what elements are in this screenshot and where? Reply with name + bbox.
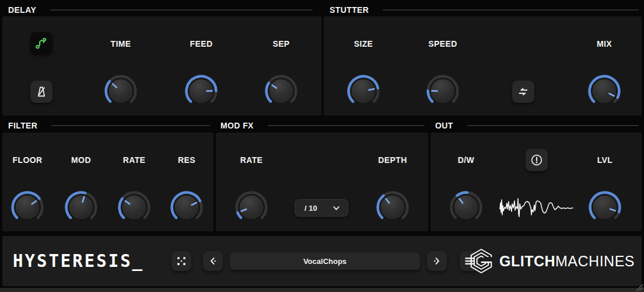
knob-label: SEP: [272, 38, 289, 50]
divider: [50, 9, 313, 11]
random-preset-button[interactable]: [172, 251, 191, 271]
knob-label: RATE: [123, 154, 146, 166]
knob-label: SPEED: [428, 38, 457, 50]
knob-label: D/W: [458, 154, 474, 166]
stutter-mix-knob[interactable]: MIX: [580, 38, 629, 108]
preset-display[interactable]: VocalChops: [230, 252, 420, 270]
knob-label: SIZE: [354, 38, 373, 50]
delay-time-knob[interactable]: TIME: [96, 38, 145, 108]
divider: [383, 9, 639, 11]
hysteresis-logo: HYSTERESIS_: [13, 235, 144, 287]
resize-grip[interactable]: [636, 284, 643, 291]
out-dw-knob[interactable]: D/W: [442, 154, 491, 224]
knob-dial[interactable]: [587, 74, 621, 108]
section-title-filter: FILTER: [8, 121, 37, 130]
filter-header: FILTER: [8, 117, 210, 134]
knob-label: RATE: [240, 154, 263, 166]
filter-mod-knob[interactable]: MOD: [57, 154, 106, 224]
waveform-display: [499, 194, 575, 221]
delay-routing-button[interactable]: [30, 32, 52, 54]
signal-route-icon: [34, 36, 49, 51]
filter-res-knob[interactable]: RES: [162, 154, 211, 224]
delay-feed-knob[interactable]: FEED: [177, 38, 226, 108]
footer-bar: HYSTERESIS_ VocalChops GLITCHMACHINES: [2, 236, 642, 286]
knob-label: FLOOR: [13, 154, 43, 166]
section-title-out: OUT: [435, 121, 453, 130]
knob-label: MOD: [71, 154, 91, 166]
chevron-down-icon: [332, 204, 341, 213]
alert-circle-icon: [530, 153, 544, 167]
dice-icon: [175, 255, 188, 267]
knob-dial[interactable]: [184, 74, 218, 108]
delay-sync-button[interactable]: [30, 81, 52, 103]
knob-dial[interactable]: [117, 190, 151, 224]
filter-rate-knob[interactable]: RATE: [110, 154, 159, 224]
knob-label: RES: [178, 154, 195, 166]
knob-dial[interactable]: [376, 190, 410, 224]
brand-text-bold: GLITCH: [499, 253, 555, 269]
knob-dial[interactable]: [264, 74, 298, 108]
modfx-divider-dropdown[interactable]: / 10: [295, 199, 348, 217]
modfx-header: MOD FX: [220, 117, 425, 134]
out-limiter-button[interactable]: [526, 149, 548, 171]
knob-dial[interactable]: [170, 190, 204, 224]
brand-logo: GLITCHMACHINES: [468, 236, 635, 286]
modfx-rate-knob[interactable]: RATE: [227, 154, 276, 224]
out-lvl-knob[interactable]: LVL: [580, 154, 629, 224]
divider: [268, 125, 425, 126]
section-title-modfx: MOD FX: [220, 121, 254, 130]
dropdown-value: / 10: [304, 204, 317, 213]
knob-dial[interactable]: [426, 74, 460, 108]
knob-label: FEED: [190, 38, 213, 50]
stutter-reverse-button[interactable]: [512, 81, 534, 103]
knob-dial[interactable]: [10, 190, 44, 224]
brand-text-light: MACHINES: [555, 253, 635, 269]
knob-label: LVL: [597, 154, 613, 166]
out-header: OUT: [435, 117, 639, 134]
preset-name: VocalChops: [303, 257, 346, 266]
modfx-depth-knob[interactable]: DEPTH: [368, 154, 417, 224]
chevron-right-icon: [430, 255, 443, 267]
knob-dial[interactable]: [104, 74, 138, 108]
delay-sep-knob[interactable]: SEP: [257, 38, 306, 108]
knob-dial[interactable]: [588, 190, 622, 224]
glitchmachines-hex-icon: [468, 248, 495, 274]
metronome-icon: [34, 85, 48, 99]
filter-section: FLOOR MOD RATE RES: [2, 133, 214, 231]
knob-label: MIX: [597, 38, 612, 50]
out-section: D/W LVL: [430, 133, 642, 231]
stutter-section: SIZE SPEED MIX: [324, 16, 642, 116]
plugin-window: DELAY STUTTER TIME FEED SEP SIZE SPEED M…: [0, 0, 644, 292]
next-preset-button[interactable]: [427, 251, 447, 271]
knob-dial[interactable]: [346, 74, 380, 108]
filter-floor-knob[interactable]: FLOOR: [3, 154, 52, 224]
knob-dial[interactable]: [449, 190, 483, 224]
knob-dial[interactable]: [64, 190, 98, 224]
divider: [467, 125, 639, 126]
knob-dial[interactable]: [235, 190, 268, 224]
section-title-stutter: STUTTER: [330, 6, 369, 14]
knob-label: DEPTH: [378, 154, 407, 166]
prev-preset-button[interactable]: [203, 251, 223, 271]
stutter-speed-knob[interactable]: SPEED: [418, 38, 467, 108]
divider: [51, 125, 210, 126]
delay-section: TIME FEED SEP: [2, 16, 321, 116]
swap-arrows-icon: [516, 85, 530, 99]
stutter-size-knob[interactable]: SIZE: [339, 38, 388, 108]
chevron-left-icon: [206, 255, 219, 267]
modfx-section: RATE / 10 DEPTH: [216, 133, 428, 231]
knob-label: TIME: [110, 38, 131, 50]
section-title-delay: DELAY: [8, 6, 36, 14]
window-bottom-edge: [0, 288, 644, 292]
